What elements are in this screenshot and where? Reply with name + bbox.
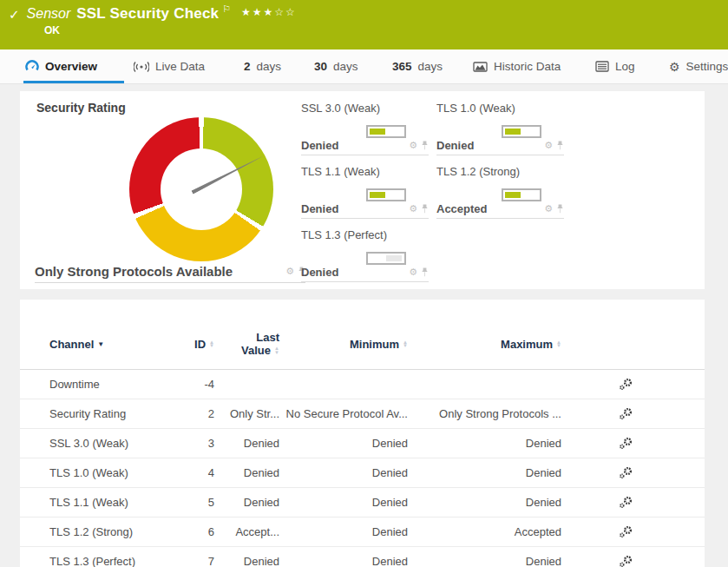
channel-name: SSL 3.0 (Weak): [49, 437, 188, 450]
minimum-value: Denied: [279, 496, 408, 509]
tab-label: Log: [615, 60, 635, 73]
column-header-id[interactable]: ID ▲▼: [188, 338, 214, 351]
tile-indicator-bar: [366, 188, 406, 201]
overview-panel: Security Rating Only Strong Protocols Av…: [20, 91, 705, 289]
last-value: Denied: [214, 555, 279, 567]
channel-gear-icon[interactable]: ⚙: [544, 141, 553, 150]
table-row[interactable]: TLS 1.3 (Perfect) 7 Denied Denied Denied: [20, 547, 705, 567]
channel-gear-icon[interactable]: ⚙: [409, 204, 417, 214]
channel-tile-tls13[interactable]: TLS 1.3 (Perfect) Denied ⚙: [301, 223, 429, 282]
tab-settings[interactable]: ⚙ Settings: [667, 52, 728, 81]
column-header-minimum[interactable]: Minimum ▲▼: [279, 338, 408, 351]
gauge-icon: [25, 60, 39, 74]
channel-name: Downtime: [49, 378, 188, 391]
channel-tile-tls10[interactable]: TLS 1.0 (Weak) Denied ⚙: [436, 96, 564, 155]
channel-name: TLS 1.2 (Strong): [49, 525, 188, 538]
status-check-icon: ✓: [9, 7, 20, 23]
pin-icon[interactable]: [421, 141, 429, 150]
status-badge: OK: [44, 24, 60, 36]
channel-id: 6: [188, 525, 214, 538]
channel-settings-icon[interactable]: [619, 525, 705, 538]
maximum-value: Accepted: [408, 525, 561, 538]
last-value: Denied: [214, 466, 279, 479]
channel-settings-icon[interactable]: [619, 407, 705, 420]
channel-settings-icon[interactable]: [619, 555, 705, 567]
tab-label: Settings: [686, 60, 728, 73]
column-header-maximum[interactable]: Maximum ▲▼: [408, 338, 561, 351]
tab-label: Live Data: [155, 60, 205, 73]
channel-settings-icon[interactable]: [619, 496, 705, 509]
table-row[interactable]: SSL 3.0 (Weak) 3 Denied Denied Denied: [20, 429, 705, 458]
gauge-footer: Only Strong Protocols Available ⚙: [35, 260, 305, 283]
channel-id: 4: [188, 466, 214, 479]
priority-stars[interactable]: ★★★☆☆: [241, 6, 297, 18]
tab-bar: Overview Live Data 2 days 30 days 365 da…: [0, 49, 728, 84]
channel-gear-icon[interactable]: ⚙: [409, 141, 417, 150]
area-chart-icon: [473, 61, 488, 73]
pin-icon[interactable]: [421, 267, 429, 277]
last-value: Denied: [214, 496, 279, 509]
channel-gear-icon[interactable]: ⚙: [544, 204, 553, 214]
minimum-value: No Secure Protocol Av...: [279, 407, 408, 420]
channel-id: 3: [188, 437, 214, 450]
sort-icon: ▲▼: [556, 340, 561, 348]
channel-id: 2: [188, 407, 214, 420]
channel-settings-icon[interactable]: [619, 466, 705, 479]
channel-tile-tls12[interactable]: TLS 1.2 (Strong) Accepted ⚙: [436, 160, 564, 219]
minimum-value: Denied: [279, 466, 408, 479]
pin-icon[interactable]: [556, 141, 564, 150]
tab-overview[interactable]: Overview: [23, 52, 124, 83]
channel-gear-icon[interactable]: ⚙: [409, 267, 417, 277]
tab-historic-data[interactable]: Historic Data: [471, 52, 562, 81]
table-row[interactable]: TLS 1.1 (Weak) 5 Denied Denied Denied: [20, 488, 705, 518]
tab-30-days[interactable]: 30 days: [312, 52, 360, 81]
maximum-value: Denied: [408, 466, 561, 479]
maximum-value: Denied: [408, 496, 561, 509]
column-header-last-value[interactable]: Last Value ▲▼: [214, 331, 279, 357]
column-header-channel[interactable]: Channel ▼: [49, 338, 188, 351]
pin-icon[interactable]: [556, 204, 564, 214]
maximum-value: Denied: [408, 437, 561, 450]
tab-number: 365: [392, 60, 412, 73]
tab-label: days: [257, 60, 282, 73]
tile-value: Denied: [301, 202, 338, 215]
table-row[interactable]: Downtime -4: [20, 370, 705, 399]
channel-name: TLS 1.0 (Weak): [49, 466, 188, 479]
channel-tile-ssl30[interactable]: SSL 3.0 (Weak) Denied ⚙: [301, 96, 429, 155]
tile-name: SSL 3.0 (Weak): [301, 102, 380, 115]
last-value: Accept...: [214, 525, 279, 538]
pin-icon[interactable]: [421, 204, 429, 214]
table-header-row: Channel ▼ ID ▲▼ Last Value ▲▼ Minimum ▲▼…: [20, 319, 705, 370]
channel-tile-tls11[interactable]: TLS 1.1 (Weak) Denied ⚙: [301, 160, 429, 219]
tab-2-days[interactable]: 2 days: [242, 52, 283, 81]
channel-name: TLS 1.3 (Perfect): [49, 555, 188, 567]
object-kind-label: Sensor: [27, 6, 71, 22]
tab-log[interactable]: Log: [594, 52, 637, 81]
tab-live-data[interactable]: Live Data: [132, 52, 207, 81]
channel-id: 5: [188, 496, 214, 509]
last-value: Denied: [214, 437, 279, 450]
log-icon: [595, 61, 609, 72]
tab-label: days: [333, 60, 358, 73]
tile-indicator-bar: [502, 125, 541, 138]
flag-icon[interactable]: ⚐: [222, 3, 231, 15]
sort-desc-icon: ▼: [97, 340, 104, 348]
table-row[interactable]: Security Rating 2 Only Str... No Secure …: [20, 399, 705, 429]
gauge-value-label: Only Strong Protocols Available: [35, 264, 233, 279]
table-row[interactable]: TLS 1.0 (Weak) 4 Denied Denied Denied: [20, 458, 705, 488]
tab-number: 2: [244, 60, 251, 73]
table-row[interactable]: TLS 1.2 (Strong) 6 Accept... Denied Acce…: [20, 518, 705, 547]
tab-label: days: [418, 60, 443, 73]
tile-indicator-bar: [502, 188, 541, 201]
broadcast-icon: [134, 61, 149, 73]
channel-name: Security Rating: [49, 407, 188, 420]
tab-number: 30: [314, 60, 327, 73]
channel-gear-icon[interactable]: ⚙: [285, 267, 294, 276]
channel-table-panel: Channel ▼ ID ▲▼ Last Value ▲▼ Minimum ▲▼…: [20, 300, 705, 567]
tile-name: TLS 1.0 (Weak): [436, 102, 515, 115]
channel-settings-icon[interactable]: [619, 437, 705, 450]
gear-icon: ⚙: [669, 60, 680, 74]
channel-settings-icon[interactable]: [619, 378, 705, 391]
tab-365-days[interactable]: 365 days: [390, 52, 444, 81]
page-title: SSL Security Check: [76, 5, 219, 23]
